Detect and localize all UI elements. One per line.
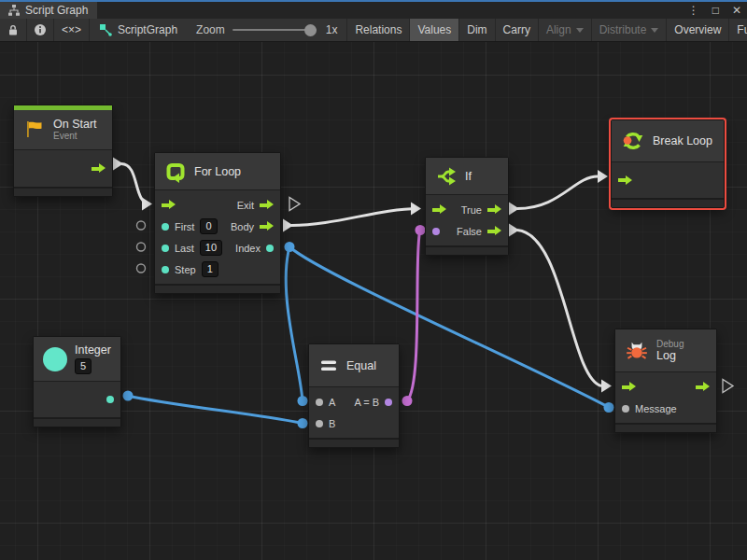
graph-canvas[interactable]: On Start Event For Loop Exit <box>0 42 747 560</box>
chevron-down-icon <box>651 28 658 33</box>
carry-label: Carry <box>503 23 530 36</box>
wire-end-arrow <box>601 380 612 393</box>
wire-end-arrow <box>598 170 608 183</box>
loop-icon <box>164 161 187 183</box>
unconnected-port-ring[interactable] <box>137 264 146 273</box>
node-footer <box>426 245 508 255</box>
distribute-button[interactable]: Distribute <box>592 19 668 41</box>
flow-output-port[interactable] <box>92 163 106 174</box>
a-input-port[interactable] <box>316 399 323 406</box>
node-footer <box>309 438 399 447</box>
tab-label: Script Graph <box>25 4 88 17</box>
true-output-port[interactable] <box>487 204 501 215</box>
if-header: If <box>426 158 508 195</box>
zoom-slider-handle[interactable] <box>304 24 317 36</box>
unconnected-flow-triangle[interactable] <box>289 198 300 211</box>
window-menu-icon[interactable]: ⋮ <box>688 4 699 17</box>
relations-button[interactable]: Relations <box>347 19 410 41</box>
unconnected-port-ring[interactable] <box>137 221 146 230</box>
false-output-port[interactable] <box>487 226 501 236</box>
exit-output-port[interactable] <box>260 200 274 210</box>
first-value-field[interactable]: 0 <box>200 218 217 234</box>
wire-dot <box>416 225 426 235</box>
wire-body-if[interactable] <box>291 209 418 226</box>
wire-onstart-forloop[interactable] <box>121 164 150 204</box>
wire-dot <box>604 402 614 413</box>
wire-integer-equal-b[interactable] <box>128 396 303 424</box>
wire-true-breakloop[interactable] <box>517 176 598 209</box>
b-port-label: B <box>329 418 335 429</box>
node-title: For Loop <box>194 165 241 178</box>
body-output-port[interactable] <box>260 221 274 231</box>
last-input-port[interactable] <box>162 245 169 252</box>
align-label: Align <box>546 23 571 36</box>
overview-button[interactable]: Overview <box>667 19 729 41</box>
graph-name-label: ScriptGraph <box>118 23 177 36</box>
carry-button[interactable]: Carry <box>496 19 539 41</box>
step-value-field[interactable]: 1 <box>202 261 218 277</box>
tab-script-graph[interactable]: Script Graph <box>0 2 97 19</box>
wire-dot <box>285 242 295 252</box>
zoom-slider-track[interactable] <box>233 29 317 31</box>
info-button[interactable] <box>27 19 54 41</box>
exit-port-label: Exit <box>237 200 254 211</box>
graph-breadcrumb[interactable]: ScriptGraph <box>90 19 187 41</box>
b-input-port[interactable] <box>316 420 323 427</box>
node-if[interactable]: If True False <box>425 157 509 256</box>
node-footer <box>155 284 280 293</box>
close-icon[interactable]: ✕ <box>732 4 741 17</box>
flow-input-port[interactable] <box>618 175 632 186</box>
result-port-label: A = B <box>354 397 379 408</box>
message-input-port[interactable] <box>622 405 629 413</box>
step-input-port[interactable] <box>162 266 169 273</box>
align-button[interactable]: Align <box>539 19 592 41</box>
tab-strip: Script Graph ⋮ □ ✕ <box>0 2 747 19</box>
node-equal[interactable]: Equal A A = B B <box>308 343 400 448</box>
flow-input-port[interactable] <box>622 382 636 392</box>
integer-icon <box>43 347 67 371</box>
integer-header: Integer 5 <box>34 337 120 382</box>
step-port-label: Step <box>175 264 196 275</box>
values-button[interactable]: Values <box>410 19 459 41</box>
hierarchy-icon <box>7 4 21 17</box>
body-port-label: Body <box>231 221 254 232</box>
debug-log-header: Debug Log <box>615 329 716 372</box>
last-value-field[interactable]: 10 <box>200 240 222 256</box>
dim-label: Dim <box>467 23 486 36</box>
node-title: Integer <box>75 343 111 357</box>
node-debug-log[interactable]: Debug Log Message <box>614 329 717 433</box>
node-title: Log <box>656 349 684 362</box>
result-output-port[interactable] <box>385 399 392 406</box>
unconnected-flow-triangle[interactable] <box>723 380 733 393</box>
chevron-down-icon <box>576 28 584 33</box>
index-output-port[interactable] <box>266 245 274 252</box>
integer-output-port[interactable] <box>106 396 114 403</box>
wire-false-debuglog[interactable] <box>517 231 601 386</box>
condition-input-port[interactable] <box>432 228 440 235</box>
first-input-port[interactable] <box>162 223 169 231</box>
on-start-header: On Start Event <box>14 110 112 150</box>
lock-button[interactable] <box>0 19 27 41</box>
unconnected-port-ring[interactable] <box>137 243 146 251</box>
node-subtitle: Event <box>53 131 97 142</box>
node-on-start[interactable]: On Start Event <box>13 105 113 197</box>
code-view-button[interactable]: <×> <box>54 19 90 41</box>
zoom-slider[interactable] <box>231 19 324 41</box>
info-icon <box>34 23 47 36</box>
fullscreen-button[interactable]: Full Screen <box>729 19 747 41</box>
node-for-loop[interactable]: For Loop Exit First 0 Body Last 10 <box>154 152 281 294</box>
break-loop-icon <box>621 129 645 153</box>
node-break-loop[interactable]: Break Loop <box>611 119 725 208</box>
dim-button[interactable]: Dim <box>459 19 495 41</box>
flow-output-port[interactable] <box>696 382 710 392</box>
flow-input-port[interactable] <box>162 200 176 210</box>
flow-input-port[interactable] <box>432 204 446 215</box>
wire-index-equal-a[interactable] <box>286 247 303 401</box>
integer-value-field[interactable]: 5 <box>75 358 92 374</box>
branch-icon <box>435 165 458 188</box>
node-integer[interactable]: Integer 5 <box>33 336 121 427</box>
wire-end-arrow <box>411 203 421 216</box>
wire-dot <box>402 396 413 406</box>
maximize-icon[interactable]: □ <box>712 4 719 17</box>
wire-equal-if-condition[interactable] <box>407 231 420 401</box>
